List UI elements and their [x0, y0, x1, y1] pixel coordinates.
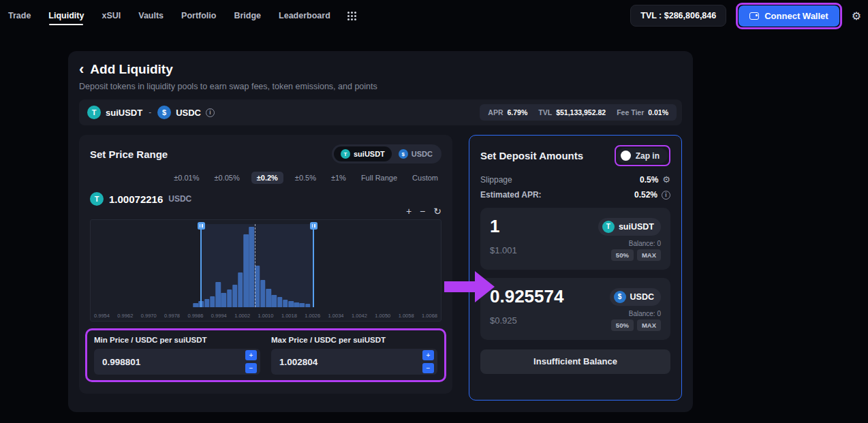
annotation-box-min-max-price: Min Price / USDC per suiUSDT + − Max Pri…	[85, 328, 446, 382]
max-price-increase-button[interactable]: +	[422, 350, 434, 360]
zap-in-toggle[interactable]: Zap in	[617, 148, 668, 163]
token-pill-label: USDC	[630, 292, 654, 302]
page-root: TradeLiquidityxSUIVaultsPortfolioBridgeL…	[0, 0, 868, 423]
x-axis-label: 0.9994	[211, 313, 227, 319]
slippage-settings-icon[interactable]: ⚙	[662, 174, 670, 185]
pool-token-a: suiUSDT	[106, 108, 142, 118]
max-price-input[interactable]	[279, 357, 422, 367]
nav-items: TradeLiquidityxSUIVaultsPortfolioBridgeL…	[8, 11, 330, 20]
deposit-amount-input-suiusdt[interactable]: 1	[490, 217, 499, 237]
current-price-row: T 1.00072216 USDC	[90, 192, 441, 206]
liquidity-bar	[243, 234, 249, 307]
max-price-field: Max Price / USDC per suiUSDT + −	[271, 336, 437, 375]
liquidity-bar	[221, 293, 227, 307]
nav-item-trade[interactable]: Trade	[8, 11, 31, 20]
x-axis-label: 0.9986	[187, 313, 203, 319]
x-axis-label: 0.9954	[94, 313, 110, 319]
min-price-stepper: + −	[245, 350, 257, 373]
nav-item-vaults[interactable]: Vaults	[138, 11, 164, 20]
connect-wallet-label: Connect Wallet	[764, 11, 828, 21]
add-liquidity-card: ‹ Add Liquidity Deposit tokens in liquid…	[68, 51, 693, 412]
usd-value: $1.001	[490, 245, 517, 255]
nav-item-leaderboard[interactable]: Leaderboard	[279, 11, 330, 20]
token-pill-suiusdt[interactable]: T suiUSDT	[598, 218, 661, 236]
max-price-decrease-button[interactable]: −	[422, 363, 434, 373]
min-handle-grip[interactable]	[198, 222, 205, 230]
price-range-title: Set Price Range	[90, 148, 168, 160]
zap-in-label: Zap in	[636, 151, 660, 161]
nav-item-xsui[interactable]: xSUI	[102, 11, 121, 20]
preset-custom[interactable]: Custom	[409, 172, 441, 184]
back-button[interactable]: ‹	[79, 63, 84, 76]
slippage-value: 0.5%	[640, 175, 658, 185]
liquidity-bar	[249, 227, 255, 307]
max-handle-grip[interactable]	[310, 222, 317, 230]
min-price-input[interactable]	[102, 357, 245, 367]
zoom-out-icon[interactable]: −	[420, 206, 425, 216]
token-pill-usdc[interactable]: $ USDC	[610, 288, 661, 306]
suiusdt-token-icon: T	[341, 149, 350, 159]
min-price-field: Min Price / USDC per suiUSDT + −	[94, 336, 260, 375]
slippage-label: Slippage	[480, 175, 512, 185]
preset-0-05[interactable]: ±0.05%	[211, 172, 243, 184]
liquidity-bar	[305, 304, 311, 307]
toggle-label-usdc: USDC	[412, 150, 433, 158]
panels-row: Set Price Range T suiUSDT $ USDC ±0.01%±…	[79, 135, 682, 401]
current-price-line	[255, 224, 255, 307]
tvl-badge: TVL : $286,806,846	[630, 5, 726, 27]
pool-info-icon[interactable]: i	[206, 108, 215, 117]
apr-info-icon[interactable]: i	[662, 191, 670, 200]
fifty-percent-button-suiusdt[interactable]: 50%	[611, 249, 634, 261]
usdc-token-icon: $	[157, 106, 171, 119]
max-button-usdc[interactable]: MAX	[637, 319, 661, 331]
preset-1[interactable]: ±1%	[328, 172, 350, 184]
min-price-decrease-button[interactable]: −	[245, 363, 257, 373]
token-pill-label: suiUSDT	[619, 222, 654, 232]
slippage-row: Slippage 0.5% ⚙	[480, 174, 670, 185]
apps-grid-icon[interactable]	[347, 11, 356, 20]
estimated-apr-value: 0.52%	[634, 190, 657, 200]
suiusdt-token-icon: T	[87, 106, 101, 119]
page-subtitle: Deposit tokens in liquidity pools to ear…	[79, 82, 682, 91]
insufficient-balance-button[interactable]: Insufficient Balance	[480, 349, 670, 374]
max-button-suiusdt[interactable]: MAX	[637, 249, 661, 261]
liquidity-bar	[210, 296, 215, 307]
liquidity-bar	[277, 297, 283, 307]
liquidity-bar	[232, 285, 238, 307]
current-price-value: 1.00072216	[109, 193, 163, 205]
liquidity-bar	[238, 272, 243, 307]
deposit-box-suiusdt: 1 T suiUSDT $1.001 Balance: 0 50% MAX	[480, 208, 670, 270]
nav-item-liquidity[interactable]: Liquidity	[48, 11, 84, 20]
liquidity-bar	[260, 280, 266, 307]
liquidity-bar	[294, 302, 299, 307]
preset-0-2[interactable]: ±0.2%	[251, 172, 283, 184]
preset-full-range[interactable]: Full Range	[358, 172, 401, 184]
preset-0-01[interactable]: ±0.01%	[170, 172, 202, 184]
min-price-increase-button[interactable]: +	[245, 350, 257, 360]
x-axis-label: 1.0042	[352, 313, 367, 319]
toggle-option-usdc[interactable]: $ USDC	[392, 146, 439, 161]
pool-pair-separator: -	[149, 108, 151, 117]
liquidity-bar	[193, 303, 198, 307]
reset-zoom-icon[interactable]: ↻	[433, 206, 441, 216]
nav-item-bridge[interactable]: Bridge	[234, 11, 261, 20]
suiusdt-token-icon: T	[90, 192, 104, 206]
zoom-in-icon[interactable]: +	[406, 206, 412, 216]
liquidity-bar	[272, 295, 277, 307]
x-axis-label: 1.0058	[399, 313, 414, 319]
balance-label: Balance: 0	[629, 310, 661, 317]
page-title: Add Liquidity	[90, 62, 172, 77]
x-axis-label: 1.0050	[375, 313, 390, 319]
usdc-token-icon: $	[399, 149, 408, 159]
deposit-amount-input-usdc[interactable]: 0.925574	[490, 287, 563, 307]
fifty-percent-button-usdc[interactable]: 50%	[611, 319, 634, 331]
toggle-label-suiusdt: suiUSDT	[354, 150, 385, 158]
liquidity-chart[interactable]: 0.99540.99620.99700.99780.99860.99941.00…	[90, 219, 441, 322]
nav-item-portfolio[interactable]: Portfolio	[181, 11, 216, 20]
preset-row: ±0.01%±0.05%±0.2%±0.5%±1%Full RangeCusto…	[90, 172, 441, 184]
min-max-price-row: Min Price / USDC per suiUSDT + − Max Pri…	[94, 336, 437, 375]
connect-wallet-button[interactable]: Connect Wallet	[739, 5, 839, 27]
preset-0-5[interactable]: ±0.5%	[292, 172, 320, 184]
toggle-option-suiusdt[interactable]: T suiUSDT	[334, 146, 392, 161]
settings-gear-icon[interactable]: ⚙	[852, 10, 861, 22]
